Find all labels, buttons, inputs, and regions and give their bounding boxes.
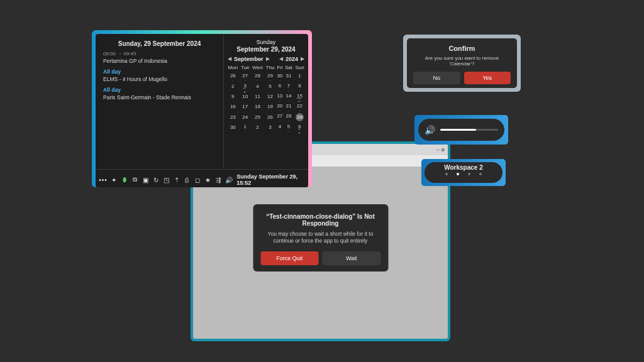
calendar-day[interactable]: 4 [276, 123, 284, 133]
event-time: 08:00 → 09:45 [103, 51, 216, 58]
calendar-day[interactable]: 3 [240, 82, 251, 92]
calendar-day[interactable]: 5 [284, 123, 294, 133]
calendar-day[interactable]: 11 [251, 92, 265, 102]
calendar-day[interactable]: 22 [294, 102, 306, 112]
sync-icon[interactable]: ↻ [152, 176, 159, 184]
taskbar-clock[interactable]: Sunday September 29, 15:52 [236, 173, 304, 186]
calendar-day[interactable]: 27 [240, 72, 251, 82]
close-icon[interactable]: ⊗ [441, 147, 445, 153]
calendar-day[interactable]: 25 [251, 112, 265, 123]
dow-header: Sun [294, 63, 306, 72]
calendar-day[interactable]: 10 [240, 92, 251, 102]
wifi-icon[interactable]: ⇶ [215, 176, 222, 184]
calendar-day[interactable]: 29 [294, 112, 306, 123]
calendar-event[interactable]: All dayELMS - 4 Hours of Mugello [103, 69, 216, 83]
events-date-heading: Sunday, 29 September 2024 [103, 40, 216, 47]
calendar-dow: Sunday [226, 39, 306, 46]
calendar-day[interactable]: 23 [226, 112, 240, 123]
month-label[interactable]: September [234, 56, 264, 62]
calendar-day[interactable]: 2 [226, 82, 240, 92]
calendar-day[interactable]: 18 [251, 102, 265, 112]
confirm-dialog: Confirm Are you sure you want to remove … [407, 38, 517, 88]
minimize-icon[interactable]: ─ [436, 147, 440, 153]
volume-tray-icon[interactable]: 🔊 [225, 176, 233, 184]
volume-slider[interactable] [440, 129, 498, 131]
next-year-icon[interactable]: ▶ [301, 56, 304, 62]
menu-icon[interactable]: ••• [99, 176, 107, 184]
calendar-day[interactable]: 9 [226, 92, 240, 102]
dow-header: Tue [240, 63, 251, 72]
shield-icon[interactable]: ⬮ [121, 176, 128, 184]
calendar-day[interactable]: 1 [240, 123, 251, 133]
not-responding-dialog: “Test-cinnamon-close-dialog” Is Not Resp… [253, 204, 388, 272]
nr-dialog-message: You may choose to wait a short while for… [260, 231, 380, 245]
event-label: ELMS - 4 Hours of Mugello [103, 76, 216, 83]
calendar-day[interactable]: 26 [264, 112, 275, 123]
calendar-day[interactable]: 31 [284, 72, 294, 82]
app-icon-1[interactable]: ✦ [111, 176, 118, 184]
calendar-day[interactable]: 12 [264, 92, 275, 102]
calendar-popup: Sunday, 29 September 2024 08:00 → 09:45P… [92, 30, 312, 187]
event-time: All day [103, 87, 216, 94]
workspace-indicator[interactable] [445, 173, 448, 175]
calendar-day[interactable]: 29 [264, 72, 275, 82]
calendar-day[interactable]: 28 [251, 72, 265, 82]
calendar-day[interactable]: 13 [276, 92, 284, 102]
calendar-day[interactable]: 16 [226, 102, 240, 112]
calendar-event[interactable]: 08:00 → 09:45Pertamina GP of Indonesia [103, 51, 216, 65]
calendar-day[interactable]: 14 [284, 92, 294, 102]
calendar-day[interactable]: 4 [251, 82, 265, 92]
next-month-icon[interactable]: ▶ [266, 56, 270, 62]
calendar-pane: Sunday September 29, 2024 ◀ September ▶ … [223, 34, 308, 169]
clipboard-icon[interactable]: ▣ [142, 176, 149, 184]
calendar-day[interactable]: 2 [251, 123, 265, 133]
calendar-day[interactable]: 5 [264, 82, 275, 92]
workspace-indicator[interactable] [479, 173, 482, 175]
calendar-day[interactable]: 26 [226, 72, 240, 82]
no-button[interactable]: No [413, 72, 460, 84]
wait-button[interactable]: Wait [323, 251, 381, 265]
volume-level [440, 129, 476, 131]
calendar-day[interactable]: 15 [294, 92, 306, 102]
calendar-day[interactable]: 6 [276, 82, 284, 92]
calendar-day[interactable]: 30 [226, 123, 240, 133]
prev-month-icon[interactable]: ◀ [228, 56, 231, 62]
event-label: Paris Saint-Germain - Stade Rennais [103, 94, 216, 101]
calendar-day[interactable]: 20 [276, 102, 284, 112]
calendar-day[interactable]: 3 [264, 123, 275, 133]
calendar-day[interactable]: 30 [276, 72, 284, 82]
calendar-day[interactable]: 6 [294, 123, 306, 133]
calendar-day[interactable]: 19 [264, 102, 275, 112]
workspace-indicator[interactable] [457, 173, 459, 175]
workspace-indicator[interactable] [468, 173, 470, 175]
yes-button[interactable]: Yes [464, 72, 511, 84]
calendar-full-date: September 29, 2024 [226, 46, 306, 53]
nr-dialog-title: “Test-cinnamon-close-dialog” Is Not Resp… [260, 213, 380, 227]
star-icon[interactable]: ★ [204, 176, 211, 184]
screenshot-icon[interactable]: ◻ [194, 176, 201, 184]
confirm-title: Confirm [413, 45, 511, 52]
workspace-label: Workspace 2 [425, 164, 502, 171]
calendar-event[interactable]: All dayParis Saint-Germain - Stade Renna… [103, 87, 216, 101]
force-quit-button[interactable]: Force Quit [260, 251, 319, 265]
app-body: “Test-cinnamon-close-dialog” Is Not Resp… [193, 167, 448, 339]
calendar-day[interactable]: 24 [240, 112, 251, 123]
dow-header: Mon [226, 63, 240, 72]
calendar-grid: MonTueWedThuFriSatSun 262728293031123456… [226, 63, 306, 133]
calendar-day[interactable]: 8 [294, 82, 306, 92]
calendar-day[interactable]: 28 [284, 112, 294, 123]
calendar-day[interactable]: 21 [284, 102, 294, 112]
calendar-day[interactable]: 1 [294, 72, 306, 82]
event-label: Pertamina GP of Indonesia [103, 58, 216, 65]
package-icon[interactable]: ◳ [163, 176, 170, 184]
calendar-day[interactable]: 27 [276, 112, 284, 123]
dow-header: Wed [251, 63, 265, 72]
calendar-day[interactable]: 17 [240, 102, 251, 112]
printer-icon[interactable]: ⎙ [184, 176, 191, 184]
calendar-day[interactable]: 7 [284, 82, 294, 92]
dropbox-icon[interactable]: ⧉ [131, 176, 138, 184]
confirm-message: Are you sure you want to remove 'Calenda… [413, 55, 511, 67]
upload-icon[interactable]: ⇡ [173, 176, 180, 184]
year-label[interactable]: 2024 [286, 56, 298, 62]
prev-year-icon[interactable]: ◀ [279, 56, 283, 62]
